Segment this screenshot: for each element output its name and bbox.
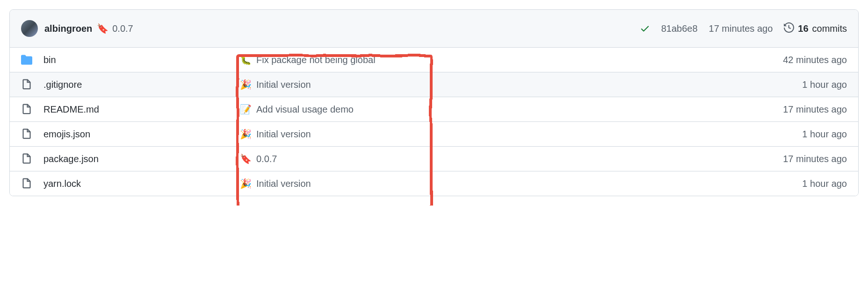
commit-message-link[interactable]: 🎉 Initial version <box>240 178 791 189</box>
commit-message: Initial version <box>256 79 311 90</box>
commit-message: Add visual usage demo <box>256 104 354 115</box>
file-icon <box>21 153 32 164</box>
author-name[interactable]: albingroen <box>44 23 92 34</box>
commit-message: Fix package not being global <box>256 55 376 65</box>
commit-hash[interactable]: 81ab6e8 <box>661 23 698 34</box>
tada-emoji: 🎉 <box>240 128 252 140</box>
commits-link[interactable]: 16 commits <box>784 22 847 35</box>
file-icon <box>21 79 32 90</box>
file-name[interactable]: bin <box>43 55 56 65</box>
file-time: 17 minutes ago <box>783 154 847 164</box>
commit-message-link[interactable]: 🔖 0.0.7 <box>240 153 772 164</box>
commit-message-link[interactable]: 📝 Add visual usage demo <box>240 104 772 115</box>
file-name[interactable]: README.md <box>43 104 99 114</box>
latest-commit-text: 0.0.7 <box>112 23 133 34</box>
commit-message-link[interactable]: 🎉 Initial version <box>240 79 791 90</box>
repo-header-row: albingroen 🔖 0.0.7 81ab6e8 17 minutes ag… <box>10 10 858 48</box>
commits-label: commits <box>812 23 847 34</box>
file-time: 1 hour ago <box>802 79 847 90</box>
header-meta: 81ab6e8 17 minutes ago 16 commits <box>640 22 847 35</box>
commit-message: 0.0.7 <box>256 154 277 164</box>
file-row[interactable]: package.json 🔖 0.0.7 17 minutes ago <box>10 147 858 171</box>
file-name[interactable]: package.json <box>43 154 99 164</box>
bug-emoji: 🐛 <box>240 54 252 65</box>
file-row[interactable]: emojis.json 🎉 Initial version 1 hour ago <box>10 122 858 147</box>
file-time: 1 hour ago <box>802 178 847 189</box>
file-row[interactable]: README.md 📝 Add visual usage demo 17 min… <box>10 97 858 122</box>
file-row[interactable]: bin 🐛 Fix package not being global 42 mi… <box>10 48 858 72</box>
file-icon <box>21 178 32 189</box>
commit-message: Initial version <box>256 129 311 140</box>
bookmark-emoji: 🔖 <box>240 153 252 164</box>
tada-emoji: 🎉 <box>240 79 252 90</box>
commit-message: Initial version <box>256 178 311 189</box>
folder-icon <box>21 54 32 65</box>
history-icon <box>784 22 794 35</box>
memo-emoji: 📝 <box>240 104 252 115</box>
commit-time: 17 minutes ago <box>709 23 773 34</box>
commits-count: 16 <box>798 23 808 34</box>
file-name[interactable]: emojis.json <box>43 129 90 139</box>
bookmark-emoji: 🔖 <box>97 23 108 34</box>
tada-emoji: 🎉 <box>240 178 252 189</box>
file-row[interactable]: .gitignore 🎉 Initial version 1 hour ago <box>10 72 858 97</box>
file-name[interactable]: .gitignore <box>43 79 82 90</box>
file-row[interactable]: yarn.lock 🎉 Initial version 1 hour ago <box>10 171 858 196</box>
avatar[interactable] <box>21 20 38 37</box>
check-icon[interactable] <box>640 23 650 34</box>
commit-message-link[interactable]: 🎉 Initial version <box>240 128 791 140</box>
latest-commit-link[interactable]: 🔖 0.0.7 <box>97 23 133 34</box>
file-icon <box>21 128 32 140</box>
file-time: 17 minutes ago <box>783 104 847 115</box>
file-name[interactable]: yarn.lock <box>43 178 81 189</box>
file-time: 42 minutes ago <box>783 55 847 65</box>
commit-message-link[interactable]: 🐛 Fix package not being global <box>240 54 772 65</box>
file-icon <box>21 104 32 115</box>
file-listing-box: albingroen 🔖 0.0.7 81ab6e8 17 minutes ag… <box>9 9 859 196</box>
file-time: 1 hour ago <box>802 129 847 140</box>
